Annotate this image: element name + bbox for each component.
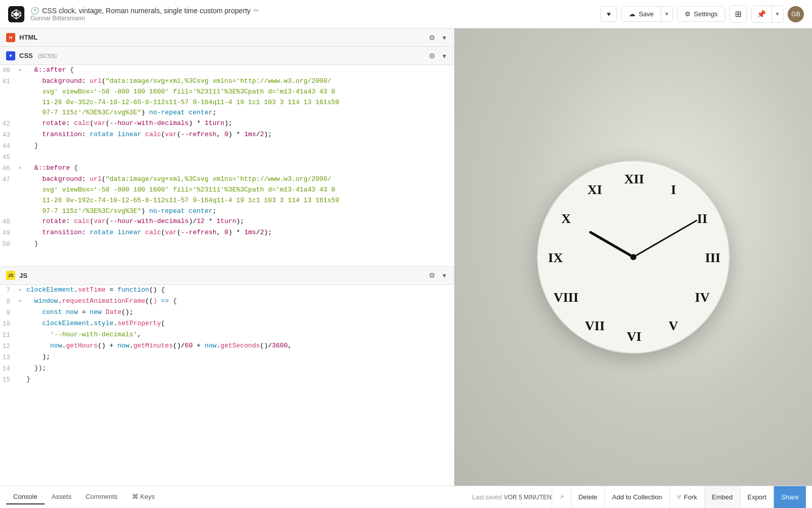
fork-button[interactable]: ⑂ Fork [669,486,704,509]
html-badge: H [6,33,15,42]
line-num-10: 10 [0,319,18,330]
line-num-15: 15 [0,374,18,386]
line-num-11: 11 [0,330,18,341]
title-area: 🕐 CSS clock, vintage, Roman numerals, si… [30,7,594,22]
share-label: Share [781,493,799,501]
svg-marker-1 [14,12,19,17]
line-arrow-40[interactable]: ▾ [18,65,26,75]
clock-icon: 🕐 [30,7,39,15]
heart-button[interactable]: ♥ [600,6,618,22]
line-arrow-50 [18,239,26,240]
delete-button[interactable]: Delete [571,486,605,509]
line-arrow-8[interactable]: ▾ [18,296,26,306]
tab-comments[interactable]: Comments [79,490,125,504]
line-arrow-11 [18,330,26,331]
html-header-right: ⚙ ▾ [427,33,448,43]
editor-panel: H HTML ⚙ ▾ ✦ CS [0,28,454,486]
pin-dropdown-button[interactable]: ▾ [772,7,783,21]
settings-button[interactable]: ⚙ Settings [677,6,725,22]
line-content-47: background: url("data:image/svg+xml,%3Cs… [26,174,454,216]
line-num-46: 46 [0,163,18,174]
js-panel-header: JS JS ⚙ ▾ [0,267,454,285]
line-num-49: 49 [0,228,18,239]
line-num-44: 44 [0,141,18,152]
tab-keys[interactable]: ⌘ Keys [125,490,162,504]
export-button[interactable]: Export [740,486,774,509]
delete-label: Delete [579,493,598,501]
css-line-41: 41 background: url("data:image/svg+xml,%… [0,76,454,118]
line-num-7: 7 [0,285,18,296]
html-settings-button[interactable]: ⚙ [427,33,437,43]
html-header-left: H HTML [6,33,38,42]
line-arrow-45 [18,152,26,153]
js-code-area[interactable]: 7 ▾ clockElement.setTime = function() { … [0,285,454,486]
js-line-8: 8 ▾ window.requestAnimationFrame(() => { [0,296,454,307]
save-status: Last saved VOR 5 MINUTEN [472,494,552,501]
css-code-area[interactable]: 40 ▾ &::after { 41 background: url("data… [0,65,454,266]
css-badge-icon: ✦ [9,53,13,58]
js-settings-button[interactable]: ⚙ [427,270,437,280]
css-line-42: 42 rotate: calc(var(--hour-with-decimals… [0,118,454,130]
user-avatar[interactable]: GB [788,6,804,22]
html-collapse-button[interactable]: ▾ [441,33,448,43]
export-label: Export [748,493,767,501]
js-section: JS JS ⚙ ▾ 7 ▾ clockElement.setTime = fun… [0,266,454,486]
pin-main-button[interactable]: 📌 [752,6,772,22]
css-line-49: 49 transition: rotate linear calc(var(--… [0,228,454,239]
main-content: H HTML ⚙ ▾ ✦ CS [0,28,812,486]
css-line-43: 43 transition: rotate linear calc(var(--… [0,130,454,141]
line-content-12: now.getHours() + now.getMinutes()/60 + n… [26,341,454,352]
line-arrow-9 [18,307,26,308]
line-arrow-7[interactable]: ▾ [18,285,26,295]
js-label: JS [19,272,27,279]
codepen-logo[interactable] [8,6,24,22]
fork-label: Fork [684,493,697,501]
tab-assets[interactable]: Assets [45,490,79,504]
line-num-43: 43 [0,130,18,141]
layout-button[interactable]: ⊞ [729,5,747,23]
line-num-9: 9 [0,307,18,319]
css-header-right: ⚙ ▾ [427,51,448,61]
line-content-46: &::before { [26,163,454,174]
clock-numeral-I: I [671,182,676,198]
line-num-47: 47 [0,174,18,185]
embed-button[interactable]: Embed [704,486,740,509]
clock-numeral-VI: VI [627,329,641,344]
save-main-button[interactable]: ☁ Save [622,7,661,21]
pen-title-text[interactable]: CSS clock, vintage, Roman numerals, sing… [42,7,251,15]
line-num-14: 14 [0,363,18,374]
clock-face: XIIIIIIIIIVVVIVIIVIIIIXXXI [537,161,730,354]
line-arrow-48 [18,216,26,217]
share-button[interactable]: Share [773,486,806,509]
line-num-45: 45 [0,152,18,163]
line-content-43: transition: rotate linear calc(var(--ref… [26,130,454,140]
line-content-13: ); [26,352,454,363]
line-arrow-47 [18,174,26,175]
clock-hand-hour [589,231,634,258]
css-line-50: 50 } [0,239,454,250]
line-num-8: 8 [0,296,18,307]
clock-numeral-VIII: VIII [554,290,579,305]
tab-console[interactable]: Console [6,490,45,504]
css-settings-button[interactable]: ⚙ [427,51,437,61]
js-line-13: 13 ); [0,352,454,363]
save-dropdown-button[interactable]: ▾ [661,7,672,21]
line-num-40: 40 [0,65,18,76]
edit-pen-icon[interactable]: ✏ [254,7,259,14]
css-line-48: 48 rotate: calc(var(--hour-with-decimals… [0,216,454,228]
tab-console-label: Console [13,493,38,500]
bottom-bar: Console Assets Comments ⌘ Keys Last save… [0,486,812,508]
line-content-9: const now = new Date(); [26,307,454,318]
line-arrow-41 [18,76,26,77]
css-label: CSS [19,52,33,59]
js-collapse-button[interactable]: ▾ [441,270,448,280]
js-line-15: 15 } [0,374,454,386]
external-link-button[interactable]: ↗ [552,486,571,509]
line-arrow-46[interactable]: ▾ [18,163,26,173]
tab-keys-label: ⌘ Keys [132,493,155,500]
html-badge-text: H [9,35,13,40]
line-arrow-43 [18,130,26,131]
add-collection-button[interactable]: Add to Collection [604,486,669,509]
css-collapse-button[interactable]: ▾ [441,51,448,61]
js-badge: JS [6,271,15,280]
